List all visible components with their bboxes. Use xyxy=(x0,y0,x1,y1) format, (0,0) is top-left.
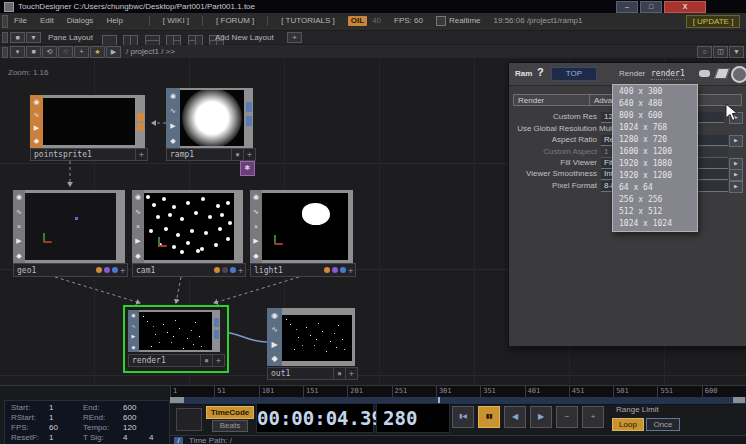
beats-mode-button[interactable]: Beats xyxy=(212,420,248,432)
pickable-flag[interactable] xyxy=(112,267,118,273)
layoutbar-grip[interactable] xyxy=(2,32,8,43)
resolution-menu-item[interactable]: 512 x 512 xyxy=(613,206,697,218)
display-flag[interactable] xyxy=(222,267,228,273)
node-name-out1[interactable]: out1 ■ + xyxy=(267,367,358,380)
frame-decrement-button[interactable]: − xyxy=(556,406,578,428)
resolution-menu-item[interactable]: 640 x 480 xyxy=(613,98,697,110)
lock-flag-icon[interactable]: ▶ xyxy=(34,124,39,132)
node-add-icon[interactable]: + xyxy=(212,355,224,366)
forward-history-icon[interactable]: ⟲ xyxy=(58,46,73,58)
display-flag[interactable] xyxy=(332,267,338,273)
resolution-menu-item[interactable]: 800 x 600 xyxy=(613,110,697,122)
pathbar-grip[interactable] xyxy=(2,47,8,58)
resolution-menu-item[interactable]: 1600 x 1200 xyxy=(613,146,697,158)
render-flag[interactable] xyxy=(324,267,330,273)
breadcrumb[interactable]: / project1 / >> xyxy=(126,47,175,57)
viewer-flag-icon[interactable]: ◉ xyxy=(16,193,22,201)
frame-step-box[interactable] xyxy=(176,408,202,431)
node-name-pointsprite1[interactable]: pointsprite1 + xyxy=(30,148,148,161)
resolution-menu-item[interactable]: 1920 x 1080 xyxy=(613,158,697,170)
frame-increment-button[interactable]: + xyxy=(582,406,604,428)
delete-flag-icon[interactable]: × xyxy=(254,223,258,230)
tab-render[interactable]: Render xyxy=(513,94,589,106)
step-back-button[interactable]: ◀ xyxy=(504,406,526,428)
lock-flag-icon[interactable]: ▶ xyxy=(135,237,140,245)
node-viewer[interactable] xyxy=(282,315,352,361)
time-path-label[interactable]: Time Path: / xyxy=(189,436,232,444)
bypass-flag-icon[interactable]: ∿ xyxy=(170,107,176,115)
oil-badge[interactable]: OIL xyxy=(348,16,367,26)
aspect-menu-button[interactable]: ▶ xyxy=(729,135,743,147)
pickup-flag-icon[interactable]: ◆ xyxy=(34,137,39,145)
node-name-render1[interactable]: render1 ■ + xyxy=(128,354,225,367)
resolution-menu-item[interactable]: 1280 x 720 xyxy=(613,134,697,146)
node-light1[interactable]: ◉ ∿ × ▶ ◆ xyxy=(250,190,353,263)
resetf-value[interactable]: 1 xyxy=(49,432,53,443)
eraser-icon[interactable] xyxy=(714,68,730,79)
output-connector[interactable] xyxy=(246,116,252,126)
resolution-menu-item[interactable]: 1920 x 1200 xyxy=(613,170,697,182)
smoothness-menu-button[interactable]: ▶ xyxy=(729,169,743,181)
add-layout-button[interactable]: + xyxy=(287,32,302,43)
node-add-icon[interactable]: + xyxy=(238,265,243,276)
menu-item[interactable]: Edit xyxy=(40,16,54,25)
node-sidebar[interactable]: ◉ ∿ × ▶ ◆ xyxy=(13,190,25,263)
node-sidebar[interactable]: ◉ ∿ ▶ ◆ xyxy=(30,95,43,148)
node-viewer[interactable] xyxy=(180,90,244,146)
pause-button[interactable]: ▮▮ xyxy=(478,406,500,428)
node-geo1[interactable]: ◉ ∿ × ▶ ◆ xyxy=(13,190,125,263)
node-name-light1[interactable]: light1 + xyxy=(250,263,356,277)
pickup-flag-icon[interactable]: ◆ xyxy=(135,252,140,260)
go-to-start-button[interactable]: ▮◀ xyxy=(452,406,474,428)
op-name-field[interactable]: render1 xyxy=(651,69,685,80)
node-add-icon[interactable]: + xyxy=(120,265,125,276)
tutorials-link[interactable]: [ TUTORIALS ] xyxy=(281,16,335,26)
pane-menu-icon[interactable]: ▾ xyxy=(10,46,25,58)
lock-flag-icon[interactable]: ▶ xyxy=(271,340,277,349)
pane-split-icon[interactable]: ◫ xyxy=(713,46,728,58)
scroll-thumb-right[interactable] xyxy=(733,397,745,403)
viewer-flag-icon[interactable]: ◉ xyxy=(33,98,39,106)
realtime-checkbox-icon[interactable] xyxy=(436,16,446,26)
resolution-menu-item[interactable]: 64 x 64 xyxy=(613,182,697,194)
node-viewer[interactable] xyxy=(43,98,135,145)
output-connector[interactable] xyxy=(214,318,219,327)
bypass-flag-icon[interactable]: ∿ xyxy=(34,111,40,119)
lock-flag-icon[interactable]: ▶ xyxy=(253,237,258,245)
node-render1-selection[interactable]: ◉ ∿ ▶ ◆ render1 ■ + xyxy=(123,305,229,373)
node-flag-icon[interactable]: ■ xyxy=(200,355,212,366)
add-bookmark-icon[interactable]: + xyxy=(74,46,89,58)
node-sidebar[interactable]: ◉ ∿ × ▶ ◆ xyxy=(250,190,262,263)
node-render1[interactable]: ◉ ∿ ▶ ◆ xyxy=(128,310,220,352)
viewer-flag-icon[interactable]: ◉ xyxy=(271,311,278,320)
pickup-flag-icon[interactable]: ◆ xyxy=(16,252,21,260)
help-icon[interactable]: ? xyxy=(537,66,544,78)
node-add-icon[interactable]: + xyxy=(345,368,357,379)
jump-icon[interactable]: ▶ xyxy=(106,46,121,58)
pane-circle-icon[interactable]: ○ xyxy=(697,46,712,58)
realtime-toggle[interactable]: Realtime xyxy=(449,16,481,26)
node-ramp1[interactable]: ◉ ∿ ▶ ◆ xyxy=(166,88,253,148)
bypass-flag-icon[interactable]: ∿ xyxy=(271,325,278,334)
menubar-grip[interactable] xyxy=(2,15,8,28)
viewer-flag-icon[interactable]: ◉ xyxy=(253,193,259,201)
node-sidebar[interactable]: ◉ ∿ ▶ ◆ xyxy=(128,310,139,352)
gear-target-icon[interactable] xyxy=(731,66,746,83)
node-add-icon[interactable]: + xyxy=(348,265,353,276)
node-viewer[interactable] xyxy=(262,193,348,260)
lock-flag-icon[interactable]: ▶ xyxy=(16,237,21,245)
node-flag-icon[interactable]: ■ xyxy=(231,149,243,160)
back-history-icon[interactable]: ⟲ xyxy=(42,46,57,58)
node-viewer[interactable] xyxy=(25,193,116,260)
viewer-flag-icon[interactable]: ◉ xyxy=(170,92,176,100)
tsig-value-1[interactable]: 4 xyxy=(123,432,127,443)
node-sidebar[interactable]: ◉ ∿ ▶ ◆ xyxy=(267,308,282,366)
forum-link[interactable]: [ FORUM ] xyxy=(216,16,254,26)
delete-flag-icon[interactable]: × xyxy=(17,223,21,230)
format-menu-button[interactable]: ▶ xyxy=(729,181,743,193)
menu-item[interactable]: File xyxy=(14,16,27,25)
pickable-flag[interactable] xyxy=(230,267,236,273)
resolution-menu-item[interactable]: 400 x 300 xyxy=(613,86,697,98)
pickable-flag[interactable] xyxy=(340,267,346,273)
viewer-flag-icon[interactable]: ◉ xyxy=(135,193,141,201)
